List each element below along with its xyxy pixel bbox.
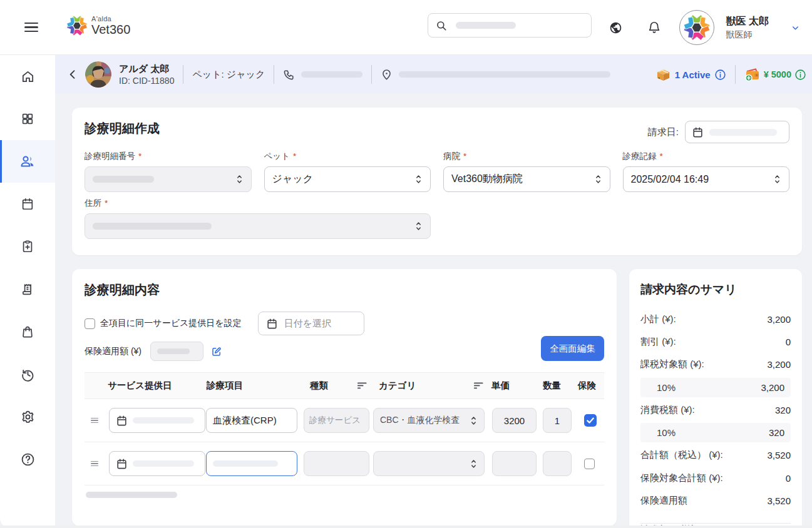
user-menu-chevron-icon[interactable] xyxy=(791,23,800,33)
brand-small-text: A'alda xyxy=(91,16,130,23)
summary-row: 10%320 xyxy=(640,423,791,442)
row-date-input[interactable] xyxy=(109,451,205,476)
summary-row: 10%3,200 xyxy=(640,378,791,397)
summary-row-value: 0 xyxy=(786,337,791,347)
calendar-icon xyxy=(692,126,704,138)
sidebar-item-medical-records[interactable] xyxy=(0,225,55,268)
active-plans-chip[interactable]: 1 Active xyxy=(655,67,726,83)
user-avatar[interactable] xyxy=(679,10,714,45)
drag-handle-icon[interactable] xyxy=(91,461,98,466)
notifications-button[interactable] xyxy=(647,21,661,34)
phone-info xyxy=(283,69,362,81)
summary-row-label: 保険対象合計額 (¥): xyxy=(640,472,723,484)
address-select[interactable] xyxy=(85,213,431,239)
row-insurance-checkbox[interactable] xyxy=(584,459,595,469)
row-item-input[interactable]: 血液検査(CRP) xyxy=(206,408,297,433)
back-button[interactable] xyxy=(66,68,79,81)
home-icon xyxy=(21,69,35,84)
statement-items-card: 診療明細内容 全項目に同一サービス提供日を設定 日付を選択 保険適用額 (¥) xyxy=(72,269,617,526)
row-insurance-checkbox[interactable] xyxy=(584,414,597,427)
calendar-icon xyxy=(116,458,128,470)
summary-row: 小計 (¥):3,200 xyxy=(640,308,791,330)
brand-logo[interactable]: A'alda Vet360 xyxy=(66,14,130,37)
summary-row-value: 0 xyxy=(786,473,791,484)
bulk-date-select[interactable]: 日付を選択 xyxy=(258,312,364,335)
sort-icon[interactable] xyxy=(474,382,483,389)
active-info-icon[interactable] xyxy=(714,69,726,81)
row-item-input[interactable] xyxy=(206,451,297,476)
address-placeholder-pill xyxy=(399,71,610,78)
summary-row: 消費税額 (¥):320 xyxy=(640,399,791,421)
row-qty-input[interactable] xyxy=(543,451,572,476)
unfold-chevrons-icon xyxy=(773,174,781,185)
address-info xyxy=(381,69,610,81)
fullscreen-edit-button[interactable]: 全画面編集 xyxy=(541,336,604,361)
pet-select[interactable]: ジャック xyxy=(264,166,431,192)
row-type-value: 診療サービス xyxy=(309,415,361,426)
people-icon xyxy=(19,154,36,169)
unfold-chevrons-icon xyxy=(414,174,423,185)
row-price-input[interactable] xyxy=(492,451,537,476)
value-placeholder-pill xyxy=(93,176,154,183)
receipt-icon xyxy=(21,282,34,296)
search-input[interactable] xyxy=(428,13,592,38)
location-icon xyxy=(381,69,393,81)
wallet-chip[interactable]: ¥ 5000 xyxy=(744,67,806,82)
summary-row-label: 10% xyxy=(657,382,676,393)
same-date-checkbox[interactable] xyxy=(85,318,95,329)
statement-number-select[interactable] xyxy=(85,166,252,192)
phone-placeholder-pill xyxy=(301,71,362,78)
main-content: 診療明細作成 請求日: 診療明細番号* xyxy=(55,94,812,528)
value-placeholder-pill xyxy=(213,460,278,467)
statement-number-label: 診療明細番号* xyxy=(85,151,252,162)
sidebar-item-calendar[interactable] xyxy=(0,183,55,225)
sidebar-item-dashboard[interactable] xyxy=(0,98,55,140)
field-label-text: 診療明細番号 xyxy=(85,151,135,161)
insurance-amount-label: 保険適用額 (¥) xyxy=(85,346,141,357)
drag-handle-icon[interactable] xyxy=(91,418,98,423)
menu-button[interactable] xyxy=(19,15,44,40)
user-name: 獣医 太郎 xyxy=(726,15,769,28)
row-type-input[interactable]: 診療サービス xyxy=(304,408,369,433)
summary-row-label: 課税対象額 (¥): xyxy=(640,358,704,370)
sidebar-item-patients[interactable] xyxy=(0,140,55,183)
calendar-icon xyxy=(21,197,34,211)
top-navbar: A'alda Vet360 獣医 太郎 獣医師 xyxy=(0,0,812,55)
sidebar-item-help[interactable] xyxy=(0,438,55,480)
sidebar-item-history[interactable] xyxy=(0,353,55,395)
address-field: 住所* xyxy=(85,198,431,239)
summary-title: 請求内容のサマリ xyxy=(640,282,791,298)
select-value: Vet360動物病院 xyxy=(451,173,523,186)
edit-icon[interactable] xyxy=(211,346,222,357)
patient-avatar xyxy=(85,61,111,88)
row-category-select[interactable] xyxy=(373,451,485,476)
billing-date-input[interactable] xyxy=(685,121,789,143)
required-asterisk: * xyxy=(138,151,141,161)
row-price-input[interactable]: 3200 xyxy=(492,408,537,433)
summary-row-value: 320 xyxy=(769,427,784,438)
hospital-select[interactable]: Vet360動物病院 xyxy=(443,166,610,192)
sidebar-item-settings[interactable] xyxy=(0,395,55,438)
sidebar-item-shop[interactable] xyxy=(0,310,55,353)
summary-row: 課税対象額 (¥):3,200 xyxy=(640,353,791,376)
row-type-input[interactable] xyxy=(304,451,369,476)
record-select[interactable]: 2025/02/04 16:49 xyxy=(623,166,790,192)
hospital-label: 病院* xyxy=(443,151,610,162)
sort-icon[interactable] xyxy=(357,382,367,389)
insurance-amount-input[interactable] xyxy=(150,342,203,361)
search-icon xyxy=(436,20,447,31)
sidebar-item-billing[interactable] xyxy=(0,268,55,310)
wallet-info-icon[interactable] xyxy=(794,69,806,81)
record-field: 診療記録* 2025/02/04 16:49 xyxy=(623,151,790,192)
summary-row-value: 3,200 xyxy=(767,359,791,370)
row-date-input[interactable] xyxy=(109,408,205,433)
language-button[interactable] xyxy=(609,21,622,34)
unfold-chevrons-icon xyxy=(414,221,423,231)
sidebar-item-home[interactable] xyxy=(0,55,55,98)
calendar-icon xyxy=(116,415,128,427)
row-category-select[interactable]: CBC・血液化学検査 xyxy=(373,408,485,433)
col-qty: 数量 xyxy=(540,373,578,399)
field-label-text: ペット xyxy=(264,151,290,161)
row-qty-input[interactable]: 1 xyxy=(543,408,572,433)
unfold-chevrons-icon xyxy=(594,174,602,185)
